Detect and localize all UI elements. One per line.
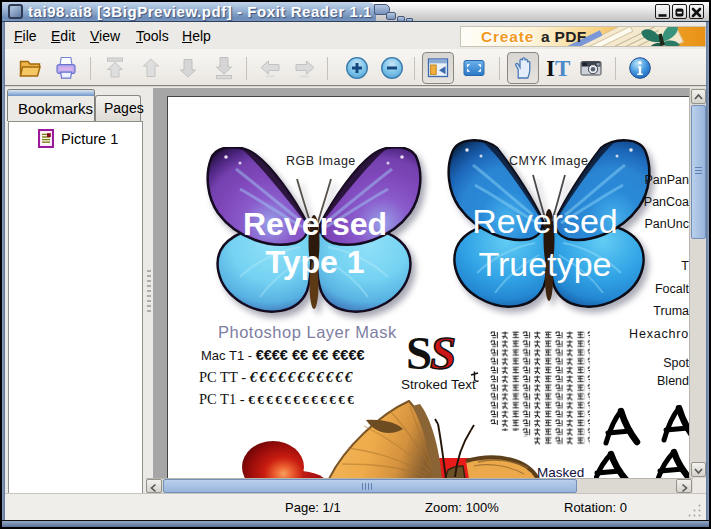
- svg-text:a PDF: a PDF: [541, 28, 586, 45]
- svg-text:Create: Create: [481, 28, 534, 45]
